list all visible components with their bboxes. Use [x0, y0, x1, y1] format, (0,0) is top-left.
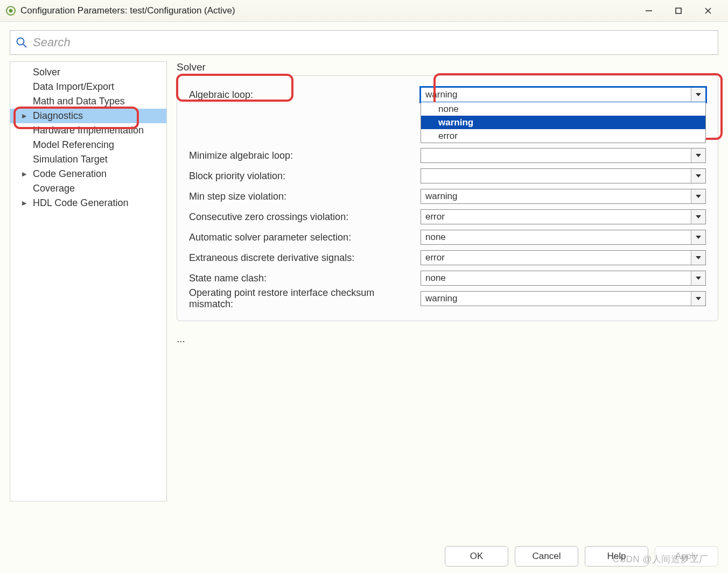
sidebar-item-math-and-data-types[interactable]: Math and Data Types — [10, 94, 166, 109]
dialog-footer: OK Cancel Help Apply — [445, 546, 718, 567]
svg-point-1 — [9, 9, 13, 13]
setting-select-wrap — [421, 168, 706, 183]
window-maximize-button[interactable] — [663, 0, 693, 22]
setting-select[interactable]: error — [421, 209, 706, 224]
setting-select-wrap: none — [421, 271, 706, 286]
help-button[interactable]: Help — [585, 546, 648, 567]
sidebar-item-simulation-target[interactable]: Simulation Target — [10, 152, 166, 167]
setting-row: Operating point restore interface checks… — [189, 288, 706, 309]
svg-marker-8 — [696, 93, 701, 96]
svg-marker-16 — [696, 297, 701, 300]
sidebar-item-hardware-implementation[interactable]: Hardware Implementation — [10, 123, 166, 138]
apply-button[interactable]: Apply — [655, 546, 718, 567]
setting-select[interactable]: warning — [421, 189, 706, 204]
window-close-button[interactable] — [693, 0, 723, 22]
setting-select[interactable]: none — [421, 271, 706, 286]
dropdown-option[interactable]: none — [421, 102, 705, 116]
setting-select-value: warning — [425, 191, 458, 202]
category-sidebar: SolverData Import/ExportMath and Data Ty… — [10, 61, 167, 501]
setting-label: Automatic solver parameter selection: — [189, 232, 421, 243]
setting-select-wrap: warningnonewarningerror — [421, 87, 706, 102]
setting-select-value: error — [425, 252, 445, 263]
chevron-down-icon[interactable] — [691, 271, 705, 285]
sidebar-item-solver[interactable]: Solver — [10, 65, 166, 80]
svg-marker-13 — [696, 236, 701, 239]
chevron-down-icon[interactable] — [691, 88, 705, 102]
setting-label: Block priority violation: — [189, 171, 421, 182]
setting-label: Algebraic loop: — [189, 89, 421, 101]
setting-select-value: none — [425, 232, 446, 243]
chevron-down-icon[interactable] — [691, 210, 705, 224]
setting-select-wrap: error — [421, 209, 706, 224]
svg-point-6 — [17, 38, 24, 45]
setting-select[interactable]: none — [421, 230, 706, 245]
chevron-down-icon[interactable] — [691, 292, 705, 306]
setting-label: Consecutive zero crossings violation: — [189, 211, 421, 223]
setting-select[interactable] — [421, 168, 706, 183]
sidebar-item-label: Coverage — [33, 183, 75, 194]
setting-select-value: warning — [425, 89, 458, 100]
svg-marker-12 — [696, 215, 701, 218]
more-indicator: ... — [177, 333, 718, 345]
setting-select-wrap: warning — [421, 291, 706, 306]
setting-select[interactable]: error — [421, 250, 706, 265]
setting-label: Min step size violation: — [189, 191, 421, 202]
sidebar-item-coverage[interactable]: Coverage — [10, 181, 166, 196]
sidebar-item-diagnostics[interactable]: ▶Diagnostics — [10, 109, 166, 123]
setting-select[interactable] — [421, 148, 706, 163]
svg-marker-10 — [696, 174, 701, 178]
chevron-down-icon[interactable] — [691, 148, 705, 162]
tree-expand-icon[interactable]: ▶ — [22, 200, 26, 207]
search-input[interactable] — [32, 35, 712, 50]
sidebar-item-label: Diagnostics — [33, 110, 83, 122]
search-icon — [16, 37, 27, 48]
svg-rect-3 — [676, 8, 681, 13]
svg-marker-11 — [696, 195, 701, 198]
settings-panel: Algebraic loop:warningnonewarningerrorMi… — [177, 75, 718, 321]
tree-expand-icon[interactable]: ▶ — [22, 112, 26, 119]
setting-select-wrap: error — [421, 250, 706, 265]
ok-button[interactable]: OK — [445, 546, 508, 567]
setting-label: Minimize algebraic loop: — [189, 150, 421, 161]
setting-label: Extraneous discrete derivative signals: — [189, 252, 421, 264]
setting-select[interactable]: warning — [421, 87, 706, 102]
sidebar-item-label: Math and Data Types — [33, 96, 125, 107]
sidebar-item-label: Code Generation — [33, 168, 107, 180]
setting-select-value: error — [425, 211, 445, 222]
setting-select-wrap — [421, 148, 706, 163]
svg-marker-14 — [696, 256, 701, 259]
sidebar-item-data-import-export[interactable]: Data Import/Export — [10, 80, 166, 94]
sidebar-item-hdl-code-generation[interactable]: ▶HDL Code Generation — [10, 196, 166, 210]
cancel-button[interactable]: Cancel — [515, 546, 578, 567]
setting-row: Min step size violation:warning — [189, 186, 706, 207]
search-bar[interactable] — [10, 30, 718, 55]
chevron-down-icon[interactable] — [691, 189, 705, 203]
setting-row: Automatic solver parameter selection:non… — [189, 227, 706, 247]
window-titlebar: Configuration Parameters: test/Configura… — [0, 0, 728, 22]
setting-row: Algebraic loop:warningnonewarningerror — [189, 84, 706, 105]
setting-select-wrap: none — [421, 230, 706, 245]
dropdown-option[interactable]: warning — [421, 116, 705, 129]
setting-label: State name clash: — [189, 273, 421, 284]
svg-marker-15 — [696, 277, 701, 280]
tree-expand-icon[interactable]: ▶ — [22, 171, 26, 178]
main-panel: Solver Algebraic loop:warningnonewarning… — [177, 61, 718, 501]
svg-marker-9 — [696, 154, 701, 157]
sidebar-item-label: HDL Code Generation — [33, 197, 128, 209]
chevron-down-icon[interactable] — [691, 251, 705, 265]
setting-row: State name clash:none — [189, 268, 706, 288]
section-header: Solver — [177, 61, 718, 73]
dropdown-option[interactable]: error — [421, 129, 705, 143]
sidebar-item-label: Model Referencing — [33, 139, 114, 151]
setting-label: Operating point restore interface checks… — [189, 287, 421, 310]
chevron-down-icon[interactable] — [691, 169, 705, 183]
window-minimize-button[interactable] — [634, 0, 663, 22]
sidebar-item-label: Hardware Implementation — [33, 125, 144, 136]
setting-row: Extraneous discrete derivative signals:e… — [189, 247, 706, 268]
window-title: Configuration Parameters: test/Configura… — [20, 5, 634, 16]
setting-select[interactable]: warning — [421, 291, 706, 306]
setting-row: Consecutive zero crossings violation:err… — [189, 207, 706, 227]
sidebar-item-code-generation[interactable]: ▶Code Generation — [10, 167, 166, 181]
sidebar-item-model-referencing[interactable]: Model Referencing — [10, 138, 166, 152]
chevron-down-icon[interactable] — [691, 230, 705, 244]
